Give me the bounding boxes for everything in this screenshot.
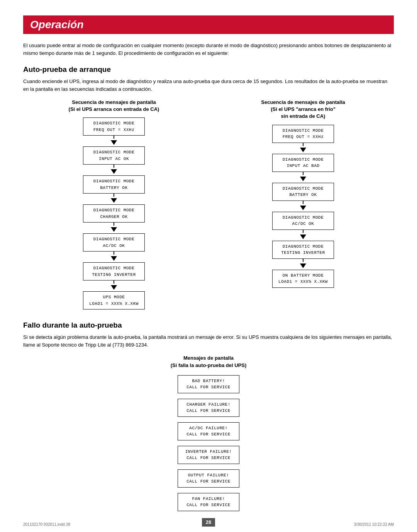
arrow-down-icon bbox=[111, 227, 117, 232]
left-screen-3: DIAGNOSTIC MODE BATTERY OK bbox=[83, 175, 145, 194]
arrow-line bbox=[303, 201, 303, 204]
auto-prueba-title: Auto-prueba de arranque bbox=[23, 65, 394, 74]
footer-right: 3/30/2011 10:22:22 AM bbox=[354, 522, 394, 527]
arrow-down-icon bbox=[111, 285, 117, 290]
arrow-down-icon bbox=[111, 198, 117, 203]
error-section: Mensajes de pantalla (Si falla la auto-p… bbox=[23, 355, 394, 511]
right-screen-5: DIAGNOSTIC MODE TESTING INVERTER bbox=[272, 241, 334, 259]
error-box-1: BAD BATTERY! CALL FOR SERVICE bbox=[178, 375, 239, 393]
arrow-down-icon bbox=[300, 263, 306, 268]
left-column-title: Secuencia de mensajes de pantalla (Si el… bbox=[69, 99, 159, 113]
page-number: 28 bbox=[202, 518, 215, 527]
arrow-down-icon bbox=[111, 140, 117, 145]
arrow-down-icon bbox=[111, 169, 117, 174]
arrow-line bbox=[114, 223, 114, 226]
diagram-container: Secuencia de mensajes de pantalla (Si el… bbox=[23, 99, 394, 309]
arrow-down-icon bbox=[300, 177, 306, 181]
fallo-title: Fallo durante la auto-prueba bbox=[23, 321, 394, 330]
error-box-3: AC/DC FAILURE! CALL FOR SERVICE bbox=[178, 422, 239, 440]
error-box-5: OUTPUT FAILURE! CALL FOR SERVICE bbox=[178, 469, 239, 488]
arrow-down-icon bbox=[300, 206, 306, 210]
left-screen-2: DIAGNOSTIC MODE INPUT AC OK bbox=[83, 146, 145, 165]
arrow-line bbox=[114, 280, 114, 284]
fallo-body: Si se detecta algún problema durante la … bbox=[23, 333, 394, 348]
error-box-6: FAN FAILURE! CALL FOR SERVICE bbox=[178, 493, 239, 511]
page-container: Operación El usuario puede entrar al mod… bbox=[0, 0, 417, 532]
arrow-line bbox=[114, 194, 114, 197]
right-screen-6: ON BATTERY MODE LOAD1 = XXX% X.XKW bbox=[272, 270, 334, 288]
intro-text: El usuario puede entrar al modo de confi… bbox=[23, 42, 394, 57]
arrow-line bbox=[114, 252, 114, 255]
page-title: Operación bbox=[30, 19, 387, 31]
left-diagram-column: Secuencia de mensajes de pantalla (Si el… bbox=[23, 99, 205, 309]
left-screen-5: DIAGNOSTIC MODE AC/DC OK bbox=[83, 233, 145, 252]
footer-left: 201102170 932611.indd 28 bbox=[23, 522, 70, 527]
arrow-line bbox=[114, 165, 114, 168]
left-screen-7: UPS MODE LOAD1 = XXX% X.XKW bbox=[83, 291, 145, 309]
arrow-line bbox=[303, 172, 303, 175]
arrow-down-icon bbox=[300, 235, 306, 239]
error-boxes-list: BAD BATTERY! CALL FOR SERVICE CHARGER FA… bbox=[178, 375, 239, 511]
arrow-line bbox=[114, 136, 114, 139]
right-screen-4: DIAGNOSTIC MODE AC/DC OK bbox=[272, 212, 334, 230]
auto-prueba-body: Cuando enciende el UPS, ingresa al modo … bbox=[23, 78, 394, 93]
page-header: Operación bbox=[23, 15, 394, 34]
arrow-line bbox=[303, 143, 303, 146]
right-screen-1: DIAGNOSTIC MODE FREQ OUT = XXHz bbox=[272, 125, 334, 143]
left-screen-1: DIAGNOSTIC MODE FREQ OUT = XXHz bbox=[83, 117, 145, 136]
left-screen-6: DIAGNOSTIC MODE TESTING INVERTER bbox=[83, 262, 145, 280]
right-diagram-column: Secuencia de mensajes de pantalla (Si el… bbox=[212, 99, 394, 309]
error-box-4: INVERTER FAILURE! CALL FOR SERVICE bbox=[178, 446, 239, 464]
arrow-line bbox=[303, 230, 303, 233]
error-box-2: CHARGER FAILURE! CALL FOR SERVICE bbox=[178, 399, 239, 417]
arrow-line bbox=[303, 259, 303, 262]
left-screen-4: DIAGNOSTIC MODE CHARGER OK bbox=[83, 204, 145, 223]
arrow-down-icon bbox=[300, 148, 306, 152]
right-column-title: Secuencia de mensajes de pantalla (Si el… bbox=[261, 99, 345, 120]
error-boxes-title: Mensajes de pantalla (Si falla la auto-p… bbox=[171, 355, 246, 369]
arrow-down-icon bbox=[111, 256, 117, 261]
right-screen-3: DIAGNOSTIC MODE BATTERY OK bbox=[272, 183, 334, 201]
right-screen-2: DIAGNOSTIC MODE INPUT AC BAD bbox=[272, 154, 334, 172]
